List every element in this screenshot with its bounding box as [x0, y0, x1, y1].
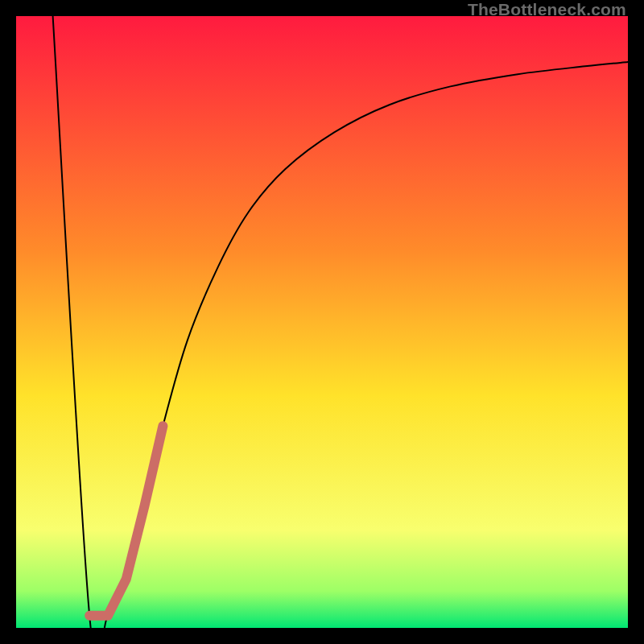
chart-svg: [16, 16, 628, 628]
plot-area: [16, 16, 628, 628]
gradient-background: [16, 16, 628, 628]
chart-frame: TheBottleneck.com: [0, 0, 644, 644]
